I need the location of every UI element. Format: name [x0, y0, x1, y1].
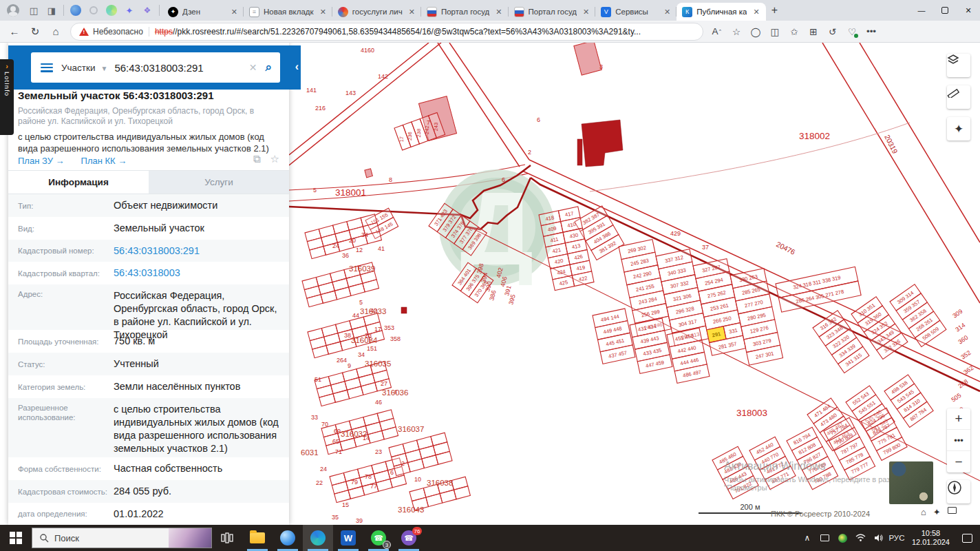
browser-tab[interactable]: VСервисы✕ [595, 3, 677, 21]
home-button[interactable]: ⌂ [45, 23, 66, 41]
basemap-toggle-icon[interactable] [948, 507, 957, 517]
tab-close-icon[interactable]: ✕ [751, 7, 761, 17]
browser-tab[interactable]: госуслуги лич✕ [332, 3, 421, 21]
plan-kk-link[interactable]: План КК → [81, 156, 127, 166]
tab-close-icon[interactable]: ✕ [318, 7, 328, 17]
new-tab-button[interactable]: + [771, 4, 778, 17]
chevron-down-icon[interactable]: ▼ [101, 65, 108, 72]
parcel-number-label: 51 [315, 376, 321, 383]
browser-tab[interactable]: Портал госуд✕ [509, 3, 596, 21]
address-bar[interactable]: ! Небезопасно https //pkk.rosreestr.ru/#… [70, 23, 703, 41]
lotinfo-side-tab[interactable]: › LotInfo [0, 59, 14, 135]
word-icon[interactable]: W [333, 525, 363, 551]
tab-services[interactable]: Услуги [149, 171, 289, 194]
browser-essentials-icon[interactable]: ♡ [842, 23, 862, 41]
cadastral-map-canvas[interactable]: Д 269 302245 283242 290241 255243 284256… [289, 43, 980, 525]
parcel-cluster[interactable]: 324 318 311 338 319286 264 305 271 278 [776, 267, 861, 312]
settings-more-icon[interactable]: ••• [862, 23, 881, 41]
parcel-cluster[interactable]: 494 144449 448445 451437 457 [593, 309, 635, 364]
whatsapp-badge: 3 [383, 541, 391, 549]
photos-app-icon[interactable] [273, 525, 303, 551]
tab-close-icon[interactable]: ✕ [229, 7, 239, 17]
browser-tab[interactable]: ≡Новая вкладк✕ [244, 3, 332, 21]
zoom-out-button[interactable]: − [947, 451, 970, 472]
compass-button[interactable] [947, 480, 970, 503]
star-icon[interactable]: ☆ [270, 153, 279, 165]
taskbar-clock[interactable]: 10:58 12.01.2024 [906, 529, 955, 547]
favorites-bar-icon[interactable]: ✩ [785, 23, 804, 41]
viber-icon[interactable]: ☎ 76 [394, 525, 424, 551]
tab-close-icon[interactable]: ✕ [581, 7, 591, 17]
tab-close-icon[interactable]: ✕ [493, 7, 504, 17]
tab-close-icon[interactable]: ✕ [407, 7, 417, 17]
back-button[interactable]: ← [4, 23, 25, 41]
edge-browser-icon[interactable] [303, 525, 333, 551]
workspaces-icon[interactable]: ◫ [25, 3, 43, 18]
profile-avatar-icon[interactable] [7, 4, 19, 17]
read-aloud-icon[interactable]: A⌃ [707, 23, 727, 41]
measure-ruler-button[interactable] [947, 85, 970, 109]
zoom-in-button[interactable]: + [947, 408, 970, 430]
cadastral-map[interactable]: Д 269 302245 283242 290241 255243 284256… [289, 43, 980, 525]
antivirus-icon[interactable] [835, 525, 851, 551]
search-icon[interactable]: ⌕ [265, 61, 272, 74]
file-explorer-icon[interactable] [242, 525, 273, 551]
tray-expand-icon[interactable]: ∧ [799, 525, 816, 551]
layers-button[interactable] [947, 54, 970, 77]
parcel-fields: Тип:Объект недвижимостиВид:Земельный уча… [8, 194, 289, 525]
close-button[interactable]: ✕ [957, 1, 980, 20]
browser-tab[interactable]: КПубличная ка✕ [677, 3, 765, 21]
field-value[interactable]: 56:43:0318003 [114, 267, 279, 280]
wifi-icon[interactable] [853, 525, 869, 551]
maximize-button[interactable] [933, 1, 957, 20]
minimize-button[interactable]: — [910, 1, 933, 20]
field-value[interactable]: 56:43:0318003:291 [114, 245, 279, 258]
parcel-number-label: 4 [394, 388, 397, 395]
pinned-ring-icon[interactable] [85, 3, 103, 18]
history-icon[interactable]: ↺ [823, 23, 842, 41]
parcel-info-panel: Земельный участок 56:43:0318003:291 Росс… [8, 43, 289, 525]
parcel-number-label: 2 [528, 149, 531, 156]
satellite-minimap-preview[interactable] [889, 461, 933, 504]
home-view-icon[interactable]: ⌂ [921, 507, 926, 517]
parcel-number-label: 6 [390, 469, 394, 476]
whatsapp-icon[interactable]: ☎ 3 [363, 525, 394, 551]
task-view-icon[interactable] [212, 525, 242, 551]
parcel-cluster[interactable]: 17236238242243 [394, 112, 445, 150]
parcel-cluster[interactable] [389, 433, 452, 475]
parcel-usage-description: с целью строительства индивидуальных жил… [18, 131, 279, 154]
plan-zu-link[interactable]: План ЗУ → [18, 156, 65, 166]
tab-close-icon[interactable]: ✕ [662, 7, 672, 17]
browser-tab[interactable]: Портал госуд✕ [421, 3, 509, 21]
field-label: Тип: [18, 201, 114, 211]
locate-button[interactable]: ✦ [947, 117, 970, 141]
volume-icon[interactable] [871, 525, 887, 551]
refresh-button[interactable]: ↻ [25, 23, 45, 41]
pinned-leaf-icon[interactable] [103, 3, 120, 18]
copilot-icon[interactable]: ◯ [746, 23, 765, 41]
start-button[interactable] [0, 525, 32, 551]
notification-center-icon[interactable] [957, 525, 977, 551]
taskbar-search[interactable]: Поиск [32, 528, 212, 548]
tab-information[interactable]: Информация [8, 171, 149, 194]
browser-tab-strip: ◫ ◨ ✦ ❖ ✦Дзен✕≡Новая вкладк✕госуслуги ли… [0, 0, 980, 21]
parcel-number-label: 143 [345, 90, 356, 96]
menu-icon[interactable] [41, 63, 53, 72]
language-indicator[interactable]: РУС [888, 525, 905, 551]
collections-icon[interactable]: ⊞ [804, 23, 823, 41]
cast-device-icon[interactable] [817, 525, 833, 551]
favorite-star-icon[interactable]: ☆ [727, 23, 746, 41]
search-input[interactable]: 56:43:0318003:291 [114, 62, 248, 74]
pinned-globe-icon[interactable] [67, 3, 85, 18]
sidebar-icon[interactable]: ◨ [43, 3, 61, 18]
search-category[interactable]: Участки [61, 63, 96, 73]
split-screen-icon[interactable]: ◫ [765, 23, 785, 41]
collapse-panel-icon[interactable]: ‹ [295, 61, 299, 73]
doc-search-icon[interactable]: ⧉ [253, 153, 261, 165]
center-marker-icon[interactable]: ✦ [933, 507, 941, 517]
zoom-options-button[interactable]: ••• [947, 430, 970, 451]
pinned-sparkle-icon[interactable]: ✦ [120, 3, 138, 18]
pinned-squares-icon[interactable]: ❖ [138, 3, 156, 18]
clear-search-icon[interactable]: ✕ [249, 62, 257, 73]
browser-tab[interactable]: ✦Дзен✕ [162, 3, 244, 21]
